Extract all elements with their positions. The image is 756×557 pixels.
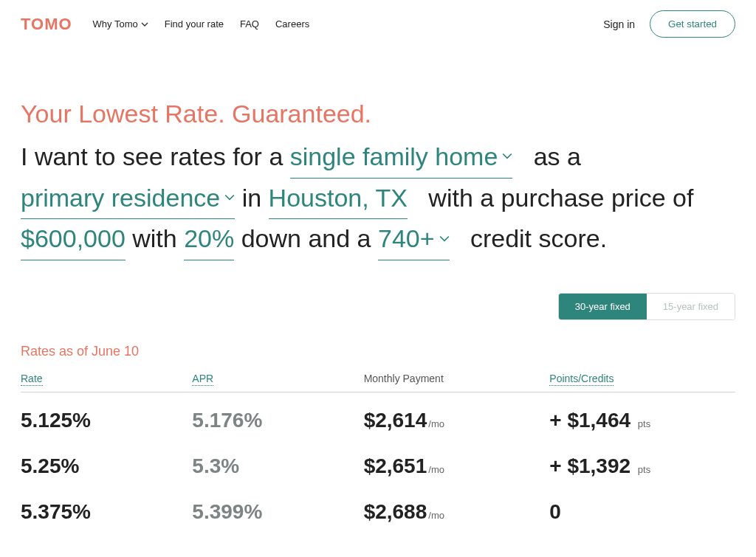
nav-faq[interactable]: FAQ bbox=[240, 18, 259, 30]
nav-careers[interactable]: Careers bbox=[275, 18, 309, 30]
text bbox=[414, 184, 421, 212]
price-selector[interactable]: $600,000 bbox=[21, 219, 126, 260]
top-nav: TOMO Why Tomo Find your rate FAQ Careers… bbox=[0, 0, 756, 48]
cell-monthly: $2,651/mo bbox=[364, 438, 550, 484]
cell-apr: 5.176% bbox=[192, 392, 363, 439]
chevron-down-icon bbox=[224, 193, 235, 203]
text: I want to see rates for a bbox=[21, 142, 290, 170]
cell-monthly: $2,688/mo bbox=[364, 484, 550, 530]
cell-apr: 5.3% bbox=[192, 438, 363, 484]
down-payment-selector[interactable]: 20% bbox=[184, 219, 234, 260]
text: as a bbox=[534, 142, 581, 170]
credit-score-selector[interactable]: 740+ bbox=[378, 219, 450, 260]
col-monthly: Monthly Payment bbox=[364, 373, 550, 392]
tab-15yr[interactable]: 15-year fixed bbox=[647, 294, 735, 319]
chevron-down-icon bbox=[439, 234, 450, 244]
table-row[interactable]: 5.375%5.399%$2,688/mo0 bbox=[21, 484, 735, 530]
cell-rate: 5.25% bbox=[21, 438, 192, 484]
occupancy-selector[interactable]: primary residence bbox=[21, 179, 235, 220]
text: credit score. bbox=[470, 224, 607, 252]
text: with bbox=[132, 224, 184, 252]
text bbox=[520, 142, 526, 170]
col-points[interactable]: Points/Credits bbox=[549, 373, 735, 392]
rates-as-of: Rates as of June 10 bbox=[21, 344, 735, 359]
text: in bbox=[242, 184, 269, 212]
col-rate[interactable]: Rate bbox=[21, 373, 192, 392]
location-selector[interactable]: Houston, TX bbox=[269, 179, 408, 220]
cell-points: + $1,392 pts bbox=[549, 438, 735, 484]
selector-value: $600,000 bbox=[21, 219, 126, 258]
nav-find-rate[interactable]: Find your rate bbox=[165, 18, 224, 30]
chevron-down-icon bbox=[141, 21, 148, 28]
text: down and a bbox=[241, 224, 378, 252]
tab-30yr[interactable]: 30-year fixed bbox=[559, 294, 647, 319]
cell-points: + $1,464 pts bbox=[549, 392, 735, 439]
table-row[interactable]: 5.25%5.3%$2,651/mo+ $1,392 pts bbox=[21, 438, 735, 484]
cell-rate: 5.375% bbox=[21, 484, 192, 530]
nav-why-tomo[interactable]: Why Tomo bbox=[93, 18, 148, 30]
signin-link[interactable]: Sign in bbox=[603, 18, 635, 30]
nav-item-label: Why Tomo bbox=[93, 18, 138, 30]
selector-value: 20% bbox=[184, 219, 234, 258]
text bbox=[456, 224, 463, 252]
selector-value: primary residence bbox=[21, 179, 220, 218]
table-row[interactable]: 5.125%5.176%$2,614/mo+ $1,464 pts bbox=[21, 392, 735, 439]
property-type-selector[interactable]: single family home bbox=[290, 137, 513, 179]
cell-rate: 5.125% bbox=[21, 392, 192, 439]
logo[interactable]: TOMO bbox=[21, 15, 72, 34]
selector-value: Houston, TX bbox=[269, 179, 408, 218]
cell-monthly: $2,614/mo bbox=[364, 392, 550, 439]
cell-points: 0 bbox=[549, 484, 735, 530]
headline: Your Lowest Rate. Guaranteed. bbox=[21, 100, 735, 128]
term-tabs: 30-year fixed 15-year fixed bbox=[21, 293, 735, 320]
selector-value: single family home bbox=[290, 137, 498, 176]
get-started-button[interactable]: Get started bbox=[650, 10, 735, 38]
rate-sentence: I want to see rates for a single family … bbox=[21, 137, 715, 260]
cell-apr: 5.399% bbox=[192, 484, 363, 530]
chevron-down-icon bbox=[502, 151, 512, 162]
selector-value: 740+ bbox=[378, 219, 435, 258]
text: with a purchase price of bbox=[428, 184, 693, 212]
nav-links: Why Tomo Find your rate FAQ Careers bbox=[93, 18, 310, 30]
rates-table: Rate APR Monthly Payment Points/Credits … bbox=[21, 373, 735, 530]
col-apr[interactable]: APR bbox=[192, 373, 363, 392]
